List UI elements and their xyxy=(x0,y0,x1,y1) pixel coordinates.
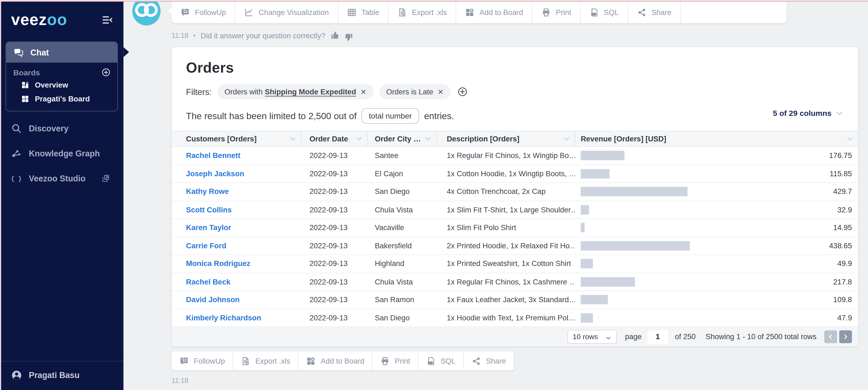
columns-chooser-label: 5 of 29 columns xyxy=(773,109,832,118)
collapse-sidebar-icon[interactable] xyxy=(101,13,114,26)
order-city-cell: San Diego xyxy=(368,183,437,200)
limit-text-after: entries. xyxy=(424,111,454,121)
chevron-down-icon xyxy=(425,135,432,142)
revenue-bar xyxy=(581,241,690,250)
revenue-cell: 217.8 xyxy=(575,273,858,290)
sidebar-item-discovery[interactable]: Discovery xyxy=(0,116,124,141)
order-date-cell: 2022-09-13 xyxy=(301,165,368,182)
chevron-down-icon xyxy=(606,334,611,339)
revenue-value: 49.9 xyxy=(837,259,858,268)
customer-link[interactable]: Scott Collins xyxy=(186,205,232,214)
column-header[interactable]: Order Date xyxy=(301,131,368,146)
sql-button[interactable]: SQLSQL xyxy=(581,2,628,23)
order-date-cell: 2022-09-13 xyxy=(301,147,368,164)
table-body: Rachel Bennett 2022-09-13 Santee 1x Regu… xyxy=(172,147,858,327)
chevron-down-icon xyxy=(835,109,844,117)
sidebar-board-overview[interactable]: Overview xyxy=(6,78,117,92)
chevron-down-icon xyxy=(846,135,854,142)
add-board-icon[interactable] xyxy=(101,68,111,77)
change-visualization-icon xyxy=(244,8,254,18)
revenue-value: 109.8 xyxy=(833,296,858,304)
column-header[interactable]: Customers [Orders] xyxy=(172,131,301,146)
next-page-button[interactable] xyxy=(839,330,852,343)
pagination-bar: 10 rows page of 250 Showing 1 - 10 of 25… xyxy=(172,327,858,346)
customer-link[interactable]: Kimberly Richardson xyxy=(186,313,261,322)
thumbs-down-icon[interactable] xyxy=(344,33,353,41)
customer-link[interactable]: Kathy Rowe xyxy=(186,187,229,196)
chevron-down-icon xyxy=(355,135,363,142)
chevron-right-icon xyxy=(842,334,848,340)
veezoo-logo: veezoo xyxy=(11,12,67,28)
table-row: Kimberly Richardson 2022-09-13 San Diego… xyxy=(172,309,858,327)
customer-link[interactable]: Carrie Ford xyxy=(186,242,226,250)
sidebar-footer: Pragati Basu xyxy=(0,361,124,390)
customer-link[interactable]: Karen Taylor xyxy=(186,224,231,232)
page-count: of 250 xyxy=(675,333,696,341)
revenue-cell: 49.9 xyxy=(575,255,858,273)
column-header[interactable]: Description [Orders] xyxy=(437,131,575,146)
customer-link[interactable]: Rachel Bennett xyxy=(186,151,240,160)
order-date-cell: 2022-09-13 xyxy=(301,291,368,308)
share-button[interactable]: Share xyxy=(464,352,515,370)
order-date-cell: 2022-09-13 xyxy=(301,237,368,254)
customer-link[interactable]: Joseph Jackson xyxy=(186,169,244,178)
customer-link[interactable]: Rachel Beck xyxy=(186,278,230,286)
export-xls-button[interactable]: Export .xls xyxy=(233,352,299,370)
table-icon xyxy=(347,8,356,18)
print-button[interactable]: Print xyxy=(533,2,581,23)
answer-card: Orders Filters: Orders with Shipping Mod… xyxy=(172,47,858,346)
previous-page-button[interactable] xyxy=(824,330,837,343)
sidebar-item-veezoo-studio[interactable]: { }Veezoo Studio xyxy=(0,166,124,191)
limit-text-before: The result has been limited to 2,500 out… xyxy=(186,111,356,121)
customer-link[interactable]: Monica Rodriguez xyxy=(186,259,250,268)
user-menu[interactable]: Pragati Basu xyxy=(0,370,124,381)
rows-per-page-select[interactable]: 10 rows xyxy=(567,330,617,344)
table-header-row: Customers [Orders]Order DateOrder City …… xyxy=(172,131,858,147)
description-cell: 1x Slim Fit T-Shirt, 1x Large Shoulder… xyxy=(437,201,575,218)
limit-sentence: The result has been limited to 2,500 out… xyxy=(186,108,858,123)
table-row: Kathy Rowe 2022-09-13 San Diego 4x Cotto… xyxy=(172,183,858,201)
sql-button[interactable]: SQLSQL xyxy=(418,352,464,370)
revenue-bar xyxy=(581,205,589,215)
add-to-board-icon xyxy=(465,8,475,18)
add-to-board-button[interactable]: Add to Board xyxy=(299,352,373,370)
thumbs-up-icon[interactable] xyxy=(330,31,339,40)
export-xls-button[interactable]: Export .xls xyxy=(389,2,456,23)
revenue-value: 429.7 xyxy=(833,187,858,196)
followup-button[interactable]: FollowUp xyxy=(172,352,233,370)
columns-chooser[interactable]: 5 of 29 columns xyxy=(773,109,844,118)
change-visualization-button[interactable]: Change Visualization xyxy=(236,2,338,23)
print-button[interactable]: Print xyxy=(373,352,418,370)
filters-label: Filters: xyxy=(186,87,212,97)
add-to-board-button[interactable]: Add to Board xyxy=(456,2,533,23)
description-cell: 1x Regular Fit Chinos, 1x Wingtip Bo… xyxy=(437,147,575,164)
person-icon xyxy=(11,370,22,381)
followup-icon xyxy=(180,8,190,18)
description-cell: 1x Regular Fit Chinos, 1x Cashmere … xyxy=(437,273,575,290)
table-row: Karen Taylor 2022-09-13 Vacaville 1x Sli… xyxy=(172,219,858,237)
sidebar-item-knowledge-graph[interactable]: Knowledge Graph xyxy=(0,141,124,166)
sql-icon: SQL xyxy=(589,8,599,18)
followup-button[interactable]: FollowUp xyxy=(172,2,236,23)
revenue-cell: 429.7 xyxy=(575,183,858,200)
column-header[interactable]: Order City … xyxy=(368,131,437,146)
table-row: Joseph Jackson 2022-09-13 El Cajon 1x Co… xyxy=(172,165,858,183)
remove-filter-icon[interactable]: ✕ xyxy=(437,88,443,96)
customer-link[interactable]: David Johnson xyxy=(186,296,240,304)
share-icon xyxy=(471,356,481,366)
column-header[interactable]: Revenue [Orders] [USD] xyxy=(575,131,858,146)
sidebar-item-chat[interactable]: Chat xyxy=(6,42,117,62)
description-cell: 1x Hoodie with Text, 1x Premium Pol… xyxy=(437,309,575,326)
add-filter-icon[interactable] xyxy=(457,86,468,97)
remove-filter-icon[interactable]: ✕ xyxy=(361,88,366,96)
revenue-cell: 438.65 xyxy=(575,237,858,254)
table-button[interactable]: Table xyxy=(338,2,389,23)
revenue-bar xyxy=(581,313,593,323)
order-city-cell: San Diego xyxy=(368,309,437,326)
total-number-selector[interactable]: total number xyxy=(362,108,419,123)
add-to-board-icon xyxy=(306,356,316,366)
share-button[interactable]: Share xyxy=(628,2,681,23)
sidebar-board-pragati-s-board[interactable]: Pragati's Board xyxy=(6,92,117,106)
description-cell: 1x Printed Sweatshirt, 1x Cotton Shirt xyxy=(437,255,575,273)
page-input[interactable] xyxy=(647,330,668,343)
